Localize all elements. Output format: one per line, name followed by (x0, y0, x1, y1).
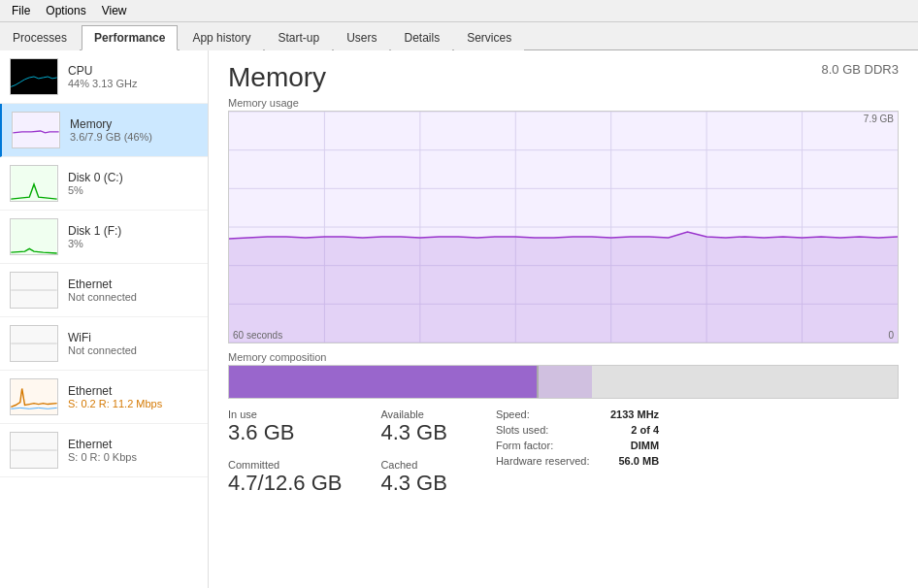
memory-label: Memory 3.6/7.9 GB (46%) (70, 117, 152, 143)
stat-group-primary: In use 3.6 GB Committed 4.7/12.6 GB (228, 408, 342, 496)
sidebar-item-disk0[interactable]: Disk 0 (C:) 5% (0, 157, 208, 211)
stats-grid: In use 3.6 GB Committed 4.7/12.6 GB Avai… (228, 408, 899, 496)
detail-speed: Speed: 2133 MHz (496, 408, 659, 420)
svg-marker-24 (229, 232, 898, 343)
stat-in-use: In use 3.6 GB (228, 408, 342, 445)
cached-label: Cached (380, 459, 446, 471)
svg-rect-2 (11, 219, 56, 254)
chart-usage-label: Memory usage (228, 97, 899, 109)
speed-label: Speed: (496, 408, 530, 420)
tab-app-history[interactable]: App history (180, 25, 263, 50)
ethernet-active-thumbnail (10, 378, 58, 415)
disk1-label: Disk 1 (F:) 3% (68, 224, 121, 249)
ethernet-0-label: Ethernet S: 0 R: 0 Kbps (68, 438, 137, 463)
ethernet-nc-label: Ethernet Not connected (68, 278, 137, 303)
wifi-label: WiFi Not connected (68, 331, 137, 356)
tab-processes[interactable]: Processes (0, 25, 80, 50)
disk0-label: Disk 0 (C:) 5% (68, 171, 123, 196)
stat-committed: Committed 4.7/12.6 GB (228, 459, 342, 496)
cached-value: 4.3 GB (380, 471, 446, 496)
in-use-value: 3.6 GB (228, 420, 342, 445)
stat-detail-group: Speed: 2133 MHz Slots used: 2 of 4 Form … (496, 408, 659, 496)
cpu-label: CPU 44% 3.13 GHz (68, 64, 138, 89)
tab-performance[interactable]: Performance (82, 25, 178, 50)
form-label: Form factor: (496, 440, 553, 451)
cpu-thumbnail (10, 58, 58, 95)
tab-users[interactable]: Users (334, 25, 389, 50)
memory-chart-container: 7.9 GB 0 60 seconds (228, 111, 899, 343)
menu-bar: File Options View (0, 0, 918, 22)
hw-label: Hardware reserved: (496, 455, 590, 467)
hw-value: 56.0 MB (619, 455, 660, 467)
committed-value: 4.7/12.6 GB (228, 471, 342, 496)
content-area: Memory 8.0 GB DDR3 Memory usage 7.9 GB 0… (209, 50, 918, 588)
chart-y-max: 7.9 GB (864, 114, 894, 124)
chart-x-left: 60 seconds (233, 330, 282, 341)
composition-label: Memory composition (228, 351, 899, 363)
composition-bar (228, 365, 899, 399)
tab-startup[interactable]: Start-up (265, 25, 332, 50)
stat-group-secondary: Available 4.3 GB Cached 4.3 GB (380, 408, 446, 496)
sidebar-item-memory[interactable]: Memory 3.6/7.9 GB (46%) (0, 104, 208, 157)
page-title: Memory (228, 62, 326, 93)
composition-in-use (229, 366, 537, 398)
menu-view[interactable]: View (94, 2, 135, 19)
sidebar-item-ethernet-0[interactable]: Ethernet S: 0 R: 0 Kbps (0, 424, 208, 477)
stat-cached: Cached 4.3 GB (380, 459, 446, 496)
committed-label: Committed (228, 459, 342, 471)
available-value: 4.3 GB (380, 420, 446, 445)
menu-file[interactable]: File (4, 2, 38, 19)
memory-usage-chart-section: Memory usage 7.9 GB 0 60 seconds (228, 97, 899, 343)
content-header: Memory 8.0 GB DDR3 (228, 62, 899, 93)
memory-spec: 8.0 GB DDR3 (822, 62, 899, 77)
composition-standby (539, 366, 592, 398)
sidebar-item-ethernet-active[interactable]: Ethernet S: 0.2 R: 11.2 Mbps (0, 371, 208, 424)
chart-y-right: 0 (888, 330, 894, 341)
memory-composition-section: Memory composition (228, 351, 899, 399)
detail-slots: Slots used: 2 of 4 (496, 424, 659, 436)
slots-label: Slots used: (496, 424, 548, 436)
sidebar-item-wifi[interactable]: WiFi Not connected (0, 317, 208, 371)
memory-thumbnail (12, 112, 60, 148)
memory-chart-svg (229, 112, 898, 343)
detail-form: Form factor: DIMM (496, 440, 659, 451)
sidebar: CPU 44% 3.13 GHz Memory 3.6/7.9 GB (46%) (0, 50, 209, 588)
available-label: Available (380, 408, 446, 420)
ethernet-nc-thumbnail (10, 272, 58, 309)
main-container: CPU 44% 3.13 GHz Memory 3.6/7.9 GB (46%) (0, 50, 918, 588)
disk1-thumbnail (10, 218, 58, 255)
svg-rect-7 (11, 379, 56, 414)
disk0-thumbnail (10, 165, 58, 202)
slots-value: 2 of 4 (631, 424, 659, 436)
in-use-label: In use (228, 408, 342, 420)
sidebar-item-ethernet-nc[interactable]: Ethernet Not connected (0, 264, 208, 317)
stat-available: Available 4.3 GB (380, 408, 446, 445)
speed-value: 2133 MHz (610, 408, 659, 420)
sidebar-item-cpu[interactable]: CPU 44% 3.13 GHz (0, 50, 208, 104)
menu-options[interactable]: Options (38, 2, 93, 19)
form-value: DIMM (631, 440, 659, 451)
ethernet-0-thumbnail (10, 432, 58, 469)
wifi-thumbnail (10, 325, 58, 362)
tab-services[interactable]: Services (454, 25, 524, 50)
ethernet-active-label: Ethernet S: 0.2 R: 11.2 Mbps (68, 384, 162, 409)
tab-details[interactable]: Details (391, 25, 452, 50)
sidebar-item-disk1[interactable]: Disk 1 (F:) 3% (0, 211, 208, 264)
svg-rect-0 (13, 113, 58, 147)
detail-hw: Hardware reserved: 56.0 MB (496, 455, 659, 467)
tab-bar: Processes Performance App history Start-… (0, 22, 918, 50)
